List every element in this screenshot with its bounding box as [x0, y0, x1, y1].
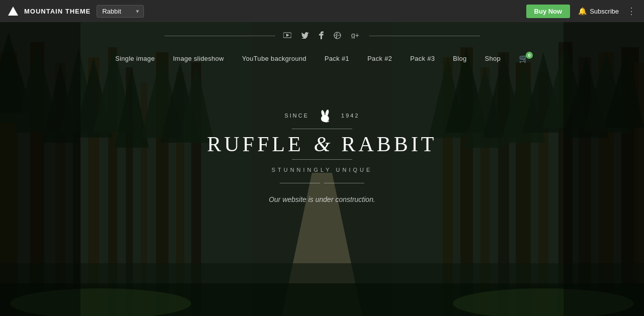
top-bar: MOUNTAIN THEME Rabbit Mountain Forest Al…	[0, 0, 644, 22]
nav-item-image-slideshow[interactable]: Image slideshow	[164, 51, 233, 66]
nav-item-youtube-background[interactable]: YouTube background	[233, 51, 315, 66]
cart-icon-wrap[interactable]: 🛒 0	[510, 50, 538, 67]
svg-rect-49	[0, 22, 80, 316]
brand-content: SINCE 1942 RUFFLE & RABBIT STUNNINGLY UN…	[207, 108, 437, 203]
hero-section: g+ Single image Image slideshow YouTube …	[0, 22, 644, 316]
year-text: 1942	[341, 113, 359, 119]
social-bar: g+	[0, 22, 644, 48]
nav-item-pack3[interactable]: Pack #3	[401, 51, 444, 66]
svg-marker-53	[286, 34, 289, 37]
brand-tagline: STUNNINGLY UNIQUE	[272, 167, 373, 173]
since-label: SINCE	[284, 113, 309, 119]
brand-name-part2: RABBIT	[342, 132, 437, 156]
top-bar-right: Buy Now 🔔 Subscribe ⋮	[526, 5, 636, 18]
rabbit-logo-icon	[317, 108, 333, 124]
buy-now-button[interactable]: Buy Now	[526, 5, 571, 18]
subscribe-label: Subscribe	[590, 8, 619, 15]
bell-icon: 🔔	[578, 7, 587, 15]
social-line-left	[165, 36, 275, 36]
top-bar-left: MOUNTAIN THEME Rabbit Mountain Forest Al…	[8, 5, 144, 18]
logo-text: MOUNTAIN THEME	[24, 8, 91, 15]
theme-dropdown[interactable]: Rabbit Mountain Forest Alpine	[97, 5, 144, 18]
divider-line-left	[280, 183, 320, 183]
svg-text:g+: g+	[351, 32, 359, 39]
theme-dropdown-wrapper[interactable]: Rabbit Mountain Forest Alpine ▼	[97, 5, 144, 18]
social-line-right	[369, 36, 480, 36]
youtube-icon[interactable]	[283, 32, 291, 40]
nav-item-shop[interactable]: Shop	[476, 51, 510, 66]
since-row: SINCE 1942	[284, 108, 359, 124]
nav-item-pack1[interactable]: Pack #1	[315, 51, 358, 66]
brand-top-line	[292, 129, 352, 129]
brand-ampersand: &	[314, 132, 332, 156]
more-options-icon[interactable]: ⋮	[627, 6, 636, 17]
twitter-icon[interactable]	[301, 32, 309, 40]
divider-line-right	[324, 183, 364, 183]
svg-point-56	[321, 115, 329, 122]
under-construction-text: Our website is under construction.	[269, 195, 375, 203]
subscribe-button[interactable]: 🔔 Subscribe	[578, 7, 619, 15]
google-plus-icon[interactable]: g+	[351, 32, 361, 40]
brand-bottom-line	[292, 159, 352, 160]
svg-rect-50	[564, 22, 644, 316]
nav-item-blog[interactable]: Blog	[444, 51, 475, 66]
brand-name-part1: RUFFLE	[207, 132, 303, 156]
social-icons-group: g+	[275, 31, 369, 41]
facebook-icon[interactable]	[319, 31, 324, 41]
cart-badge: 0	[526, 52, 533, 59]
logo-triangle-icon	[8, 7, 18, 16]
main-navigation: Single image Image slideshow YouTube bac…	[106, 50, 538, 67]
svg-point-59	[323, 117, 325, 119]
dribbble-icon[interactable]	[334, 32, 341, 41]
nav-item-pack2[interactable]: Pack #2	[358, 51, 401, 66]
nav-item-single-image[interactable]: Single image	[106, 51, 164, 66]
divider-ornament	[280, 183, 364, 183]
